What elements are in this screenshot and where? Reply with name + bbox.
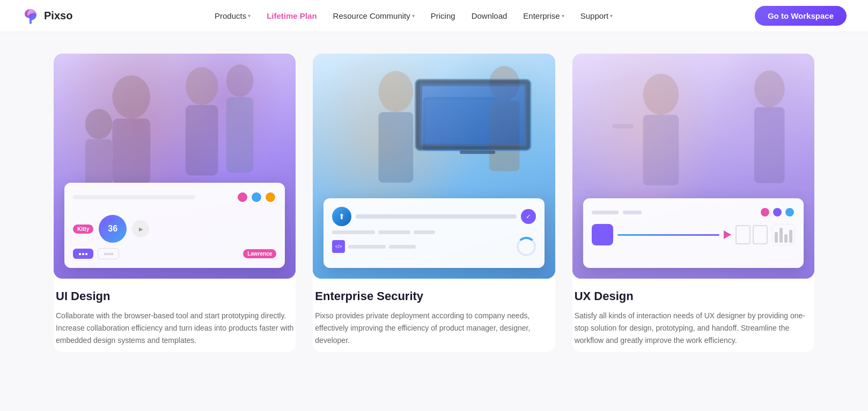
card-image-ux xyxy=(572,54,814,279)
svg-rect-21 xyxy=(754,107,785,183)
avatar xyxy=(772,207,783,218)
ux-flow xyxy=(592,224,795,245)
card-ux-design: UX Design Satisfy all kinds of interacti… xyxy=(572,54,814,352)
svg-rect-22 xyxy=(612,124,634,128)
circle-number: 36 xyxy=(99,215,127,243)
nav-lifetime[interactable]: Lifetime Plan xyxy=(260,8,323,24)
svg-point-4 xyxy=(226,64,254,97)
ux-avatars xyxy=(760,207,795,218)
svg-point-0 xyxy=(112,75,150,118)
brand-name: Pixso xyxy=(44,10,72,22)
svg-point-20 xyxy=(754,70,785,107)
go-to-workspace-button[interactable]: Go to Workspace xyxy=(755,6,847,26)
mockup-3-top xyxy=(592,207,795,218)
svg-rect-17 xyxy=(460,151,495,154)
monitor-illustration xyxy=(411,75,544,163)
avatar xyxy=(760,207,770,218)
mockup-btn-outline: ○○○ xyxy=(98,248,119,259)
mockup-avatars xyxy=(237,191,276,203)
svg-point-6 xyxy=(85,109,113,139)
svg-rect-5 xyxy=(226,97,254,173)
card-text-3: UX Design Satisfy all kinds of interacti… xyxy=(572,279,814,352)
bubble-lawrence: Lawrence xyxy=(243,249,276,258)
mockup-bottom-1: ●●● ○○○ Lawrence xyxy=(73,248,276,259)
people-illustration-3 xyxy=(572,54,814,200)
nav-download[interactable]: Download xyxy=(465,8,514,24)
card-mockup-3 xyxy=(583,198,804,268)
logo[interactable]: Pixso xyxy=(21,7,72,25)
chevron-down-icon: ▾ xyxy=(248,13,251,19)
nav-support[interactable]: Support ▾ xyxy=(574,8,620,24)
card-title-1: UI Design xyxy=(56,289,293,303)
card-image-ui-design: Kitty 36 ●●● ○○○ Lawrence xyxy=(54,54,296,279)
flow-box-2 xyxy=(753,225,768,244)
mockup-bar xyxy=(73,195,195,199)
progress-bar xyxy=(356,214,516,219)
nav-links: Products ▾ Lifetime Plan Resource Commun… xyxy=(208,8,619,24)
svg-rect-9 xyxy=(379,112,414,182)
code-icon: </> xyxy=(332,240,345,253)
nav-enterprise[interactable]: Enterprise ▾ xyxy=(517,8,570,24)
avatar xyxy=(784,207,795,218)
nav-resource[interactable]: Resource Community ▾ xyxy=(327,8,421,24)
main-content: Kitty 36 ●●● ○○○ Lawrence UI Design Coll… xyxy=(0,32,868,411)
avatar xyxy=(237,191,248,203)
card-desc-1: Collaborate with the browser-based tool … xyxy=(56,310,293,347)
mockup-2-bars: </> xyxy=(332,230,535,256)
card-desc-3: Satisfy all kinds of interaction needs o… xyxy=(575,310,812,347)
card-enterprise-security: ⬆ ✓ </> xyxy=(313,54,555,352)
svg-rect-16 xyxy=(422,86,524,144)
arc-loader xyxy=(517,237,536,256)
mockup-2-top: ⬆ ✓ xyxy=(332,207,535,226)
flow-arrow-icon xyxy=(724,230,731,239)
card-image-enterprise: ⬆ ✓ </> xyxy=(313,54,555,279)
chevron-down-icon: ▾ xyxy=(562,13,564,19)
bubble-kitty: Kitty xyxy=(73,225,93,234)
flow-box-purple xyxy=(592,224,613,245)
avatar xyxy=(264,191,276,203)
card-mockup-2: ⬆ ✓ </> xyxy=(323,198,544,268)
svg-rect-19 xyxy=(643,115,679,185)
upload-icon: ⬆ xyxy=(332,207,351,226)
cards-grid: Kitty 36 ●●● ○○○ Lawrence UI Design Coll… xyxy=(54,54,814,352)
logo-icon xyxy=(21,7,40,25)
chevron-down-icon: ▾ xyxy=(412,13,415,19)
card-mockup-1: Kitty 36 ●●● ○○○ Lawrence xyxy=(64,183,285,268)
mockup-content-1: Kitty 36 xyxy=(73,215,276,243)
svg-point-2 xyxy=(186,67,218,105)
card-desc-2: Pixso provides private deployment accord… xyxy=(315,310,553,347)
svg-point-8 xyxy=(379,71,414,112)
chevron-down-icon: ▾ xyxy=(610,13,613,19)
nav-pricing[interactable]: Pricing xyxy=(424,8,462,24)
navigation: Pixso Products ▾ Lifetime Plan Resource … xyxy=(0,0,868,32)
check-circle: ✓ xyxy=(521,209,536,224)
svg-point-18 xyxy=(643,73,679,115)
nav-products[interactable]: Products ▾ xyxy=(208,8,257,24)
flow-box-1 xyxy=(735,225,751,244)
card-text-1: UI Design Collaborate with the browser-b… xyxy=(54,279,296,352)
svg-rect-3 xyxy=(186,105,218,175)
card-title-2: Enterprise Security xyxy=(315,289,553,303)
mockup-btn-blue: ●●● xyxy=(73,249,93,259)
card-ui-design: Kitty 36 ●●● ○○○ Lawrence UI Design Coll… xyxy=(54,54,296,352)
svg-rect-1 xyxy=(112,118,150,183)
flow-chart xyxy=(772,224,795,245)
avatar xyxy=(251,191,262,203)
people-illustration-1 xyxy=(54,54,296,200)
card-title-3: UX Design xyxy=(575,289,812,303)
play-button[interactable] xyxy=(132,220,149,237)
flow-line xyxy=(617,234,719,236)
card-text-2: Enterprise Security Pixso provides priva… xyxy=(313,279,555,352)
